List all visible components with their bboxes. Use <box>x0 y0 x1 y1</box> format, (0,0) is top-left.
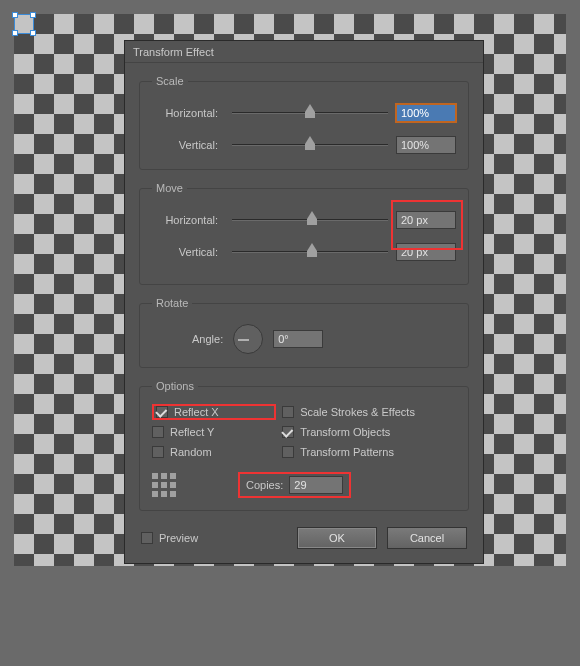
rotate-angle-input[interactable] <box>273 330 323 348</box>
anchor-point-grid[interactable] <box>152 473 176 497</box>
rotate-angle-dial[interactable] <box>233 324 263 354</box>
scale-group: Scale Horizontal: Vertical: <box>139 75 469 170</box>
cancel-button[interactable]: Cancel <box>387 527 467 549</box>
preview-label: Preview <box>159 532 198 544</box>
checkbox-icon <box>141 532 153 544</box>
options-legend: Options <box>152 380 198 392</box>
random-label: Random <box>170 446 212 458</box>
move-vertical-label: Vertical: <box>152 246 224 258</box>
transform-objects-label: Transform Objects <box>300 426 390 438</box>
transform-patterns-checkbox[interactable]: Transform Patterns <box>282 446 456 458</box>
options-group: Options Reflect X Scale Strokes & Effect… <box>139 380 469 511</box>
scale-legend: Scale <box>152 75 188 87</box>
scale-horizontal-slider[interactable] <box>232 106 388 120</box>
checkbox-icon <box>282 426 294 438</box>
move-vertical-input[interactable] <box>396 243 456 261</box>
transform-objects-checkbox[interactable]: Transform Objects <box>282 426 456 438</box>
checkbox-icon <box>282 406 294 418</box>
scale-vertical-slider[interactable] <box>232 138 388 152</box>
ok-button[interactable]: OK <box>297 527 377 549</box>
scale-vertical-label: Vertical: <box>152 139 224 151</box>
move-horizontal-label: Horizontal: <box>152 214 224 226</box>
preview-checkbox[interactable]: Preview <box>141 532 198 544</box>
copies-input[interactable] <box>289 476 343 494</box>
rotate-legend: Rotate <box>152 297 192 309</box>
move-horizontal-slider[interactable] <box>232 213 388 227</box>
dialog-titlebar[interactable]: Transform Effect <box>125 41 483 63</box>
random-checkbox[interactable]: Random <box>152 446 276 458</box>
selected-object-bounds[interactable] <box>14 14 34 34</box>
scale-horizontal-input[interactable] <box>396 104 456 122</box>
resize-handle-tl[interactable] <box>12 12 18 18</box>
resize-handle-br[interactable] <box>30 30 36 36</box>
resize-handle-tr[interactable] <box>30 12 36 18</box>
scale-strokes-label: Scale Strokes & Effects <box>300 406 415 418</box>
checkbox-icon <box>282 446 294 458</box>
scale-strokes-checkbox[interactable]: Scale Strokes & Effects <box>282 406 456 418</box>
checkbox-icon <box>152 446 164 458</box>
move-vertical-slider[interactable] <box>232 245 388 259</box>
dialog-title: Transform Effect <box>133 46 214 58</box>
reflect-x-checkbox[interactable]: Reflect X <box>152 404 276 420</box>
transform-patterns-label: Transform Patterns <box>300 446 394 458</box>
transform-effect-dialog: Transform Effect Scale Horizontal: Verti… <box>124 40 484 564</box>
checkbox-icon <box>152 426 164 438</box>
highlight-copies: Copies: <box>238 472 351 498</box>
move-legend: Move <box>152 182 187 194</box>
reflect-x-label: Reflect X <box>174 406 219 418</box>
rotate-group: Rotate Angle: <box>139 297 469 368</box>
scale-vertical-input[interactable] <box>396 136 456 154</box>
move-horizontal-input[interactable] <box>396 211 456 229</box>
reflect-y-label: Reflect Y <box>170 426 214 438</box>
copies-label: Copies: <box>246 479 283 491</box>
reflect-y-checkbox[interactable]: Reflect Y <box>152 426 276 438</box>
rotate-angle-label: Angle: <box>192 333 223 345</box>
resize-handle-bl[interactable] <box>12 30 18 36</box>
dialog-footer: Preview OK Cancel <box>139 523 469 553</box>
move-group: Move Horizontal: Vertical: <box>139 182 469 285</box>
scale-horizontal-label: Horizontal: <box>152 107 224 119</box>
checkbox-icon <box>156 406 168 418</box>
